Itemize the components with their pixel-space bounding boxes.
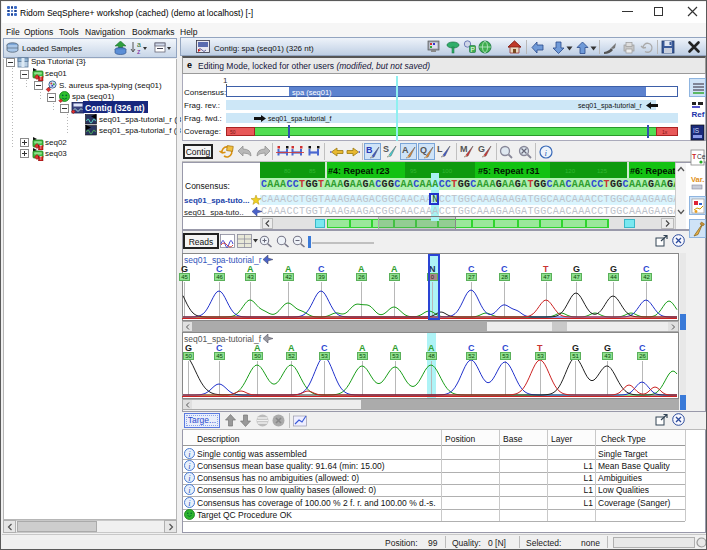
svg-text:G: G: [478, 144, 485, 154]
svg-text:M: M: [460, 144, 468, 154]
svg-text:S: S: [383, 144, 389, 154]
svg-text:L: L: [437, 144, 443, 154]
svg-text:Q: Q: [420, 145, 427, 155]
svg-text:T: T: [39, 156, 42, 161]
svg-text:Ce: Ce: [697, 153, 706, 160]
svg-text:Ref: Ref: [692, 110, 705, 119]
svg-text:a: a: [137, 41, 141, 48]
svg-text:z: z: [137, 48, 141, 55]
svg-text:Var.: Var.: [691, 175, 704, 184]
svg-text:A: A: [402, 145, 409, 155]
svg-text:P: P: [471, 46, 475, 53]
svg-text:IS: IS: [693, 127, 700, 134]
svg-text:B: B: [366, 145, 373, 155]
